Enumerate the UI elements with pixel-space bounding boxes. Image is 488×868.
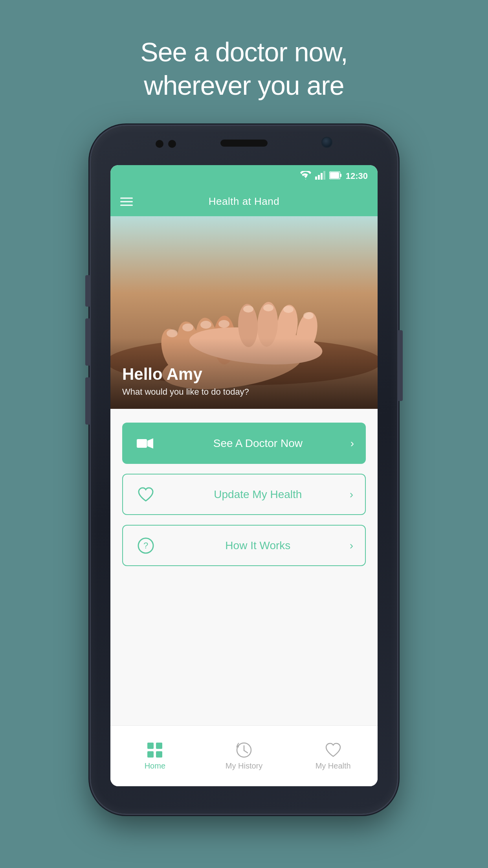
nav-history[interactable]: My History xyxy=(200,726,289,786)
svg-line-38 xyxy=(244,750,248,753)
how-it-works-label: How It Works xyxy=(166,539,350,552)
app-header: Health at Hand xyxy=(110,187,378,216)
hamburger-menu-icon[interactable] xyxy=(120,197,133,206)
clock-icon xyxy=(236,742,252,758)
hamburger-line-3 xyxy=(120,204,133,206)
hamburger-line-2 xyxy=(120,201,133,202)
headline-line1: See a doctor now, xyxy=(140,35,347,69)
hamburger-line-1 xyxy=(120,197,133,199)
svg-marker-29 xyxy=(147,438,153,449)
side-button-left2 xyxy=(85,318,90,366)
side-button-right xyxy=(398,330,403,401)
svg-rect-5 xyxy=(330,172,339,178)
side-button-left3 xyxy=(85,377,90,425)
heart-icon xyxy=(135,484,156,505)
question-circle-icon: ? xyxy=(135,535,156,556)
phone-screen: 12:30 Health at Hand xyxy=(110,165,378,786)
status-icons: 12:30 xyxy=(300,171,368,181)
svg-rect-3 xyxy=(323,171,325,180)
app-title: Health at Hand xyxy=(209,195,279,208)
phone-shell: 12:30 Health at Hand xyxy=(91,126,397,814)
see-doctor-chevron: › xyxy=(350,437,354,450)
svg-rect-33 xyxy=(156,743,162,749)
sensor-dot-1 xyxy=(156,140,163,148)
svg-text:?: ? xyxy=(143,541,148,550)
update-health-label: Update My Health xyxy=(166,488,350,501)
svg-rect-32 xyxy=(147,743,154,749)
update-health-chevron: › xyxy=(350,488,353,501)
speaker xyxy=(220,140,268,147)
nav-history-label: My History xyxy=(226,761,262,771)
headline-line2: wherever you are xyxy=(140,69,347,102)
svg-point-25 xyxy=(283,306,294,313)
see-doctor-button[interactable]: See A Doctor Now › xyxy=(122,423,366,464)
nav-home-label: Home xyxy=(145,761,165,771)
headline: See a doctor now, wherever you are xyxy=(140,35,347,102)
nav-my-health-label: My Health xyxy=(316,761,351,771)
nav-my-health[interactable]: My Health xyxy=(288,726,378,786)
svg-point-22 xyxy=(200,321,211,329)
hero-text: Hello Amy What would you like to do toda… xyxy=(122,365,249,397)
svg-point-23 xyxy=(218,320,229,328)
actions-area: See A Doctor Now › Update My Health › xyxy=(110,409,378,725)
wifi-icon xyxy=(300,171,311,181)
hero-subtitle: What would you like to do today? xyxy=(122,387,249,397)
svg-rect-0 xyxy=(315,177,317,180)
how-it-works-button[interactable]: ? How It Works › xyxy=(122,525,366,566)
signal-icon xyxy=(315,171,325,181)
sensor-dot-2 xyxy=(168,140,176,148)
svg-point-26 xyxy=(263,304,273,311)
how-it-works-chevron: › xyxy=(350,539,353,552)
svg-point-21 xyxy=(182,324,193,331)
front-camera xyxy=(321,137,332,148)
svg-rect-1 xyxy=(318,175,320,180)
sensor-dots xyxy=(156,140,176,148)
hero-image: Hello Amy What would you like to do toda… xyxy=(110,216,378,409)
svg-point-27 xyxy=(243,305,253,313)
status-bar: 12:30 xyxy=(110,165,378,187)
svg-rect-35 xyxy=(156,751,162,758)
video-camera-icon xyxy=(134,432,156,454)
grid-icon xyxy=(147,742,163,758)
svg-rect-6 xyxy=(340,174,341,177)
battery-icon xyxy=(329,171,342,181)
phone-wrapper: 12:30 Health at Hand xyxy=(91,126,397,814)
svg-rect-28 xyxy=(137,439,147,448)
phone-top-bar xyxy=(91,126,397,161)
status-time: 12:30 xyxy=(346,171,368,181)
svg-point-20 xyxy=(167,329,178,337)
update-health-button[interactable]: Update My Health › xyxy=(122,474,366,515)
svg-rect-34 xyxy=(147,751,154,758)
nav-home[interactable]: Home xyxy=(110,726,200,786)
side-button-left xyxy=(85,275,90,307)
heart-nav-icon xyxy=(325,742,341,758)
bottom-nav: Home My History xyxy=(110,725,378,786)
svg-point-24 xyxy=(303,312,314,319)
svg-rect-2 xyxy=(321,173,323,180)
see-doctor-label: See A Doctor Now xyxy=(165,437,350,450)
hero-greeting: Hello Amy xyxy=(122,365,249,384)
